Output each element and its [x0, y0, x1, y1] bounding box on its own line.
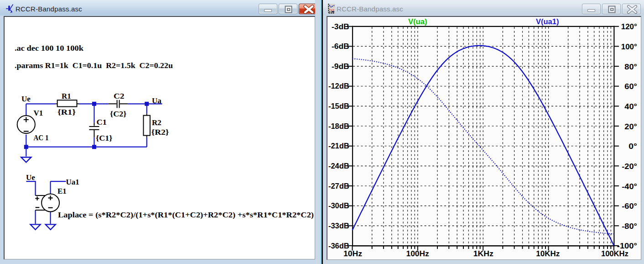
svg-text:V(ua): V(ua): [408, 18, 427, 26]
svg-text:1KHz: 1KHz: [473, 250, 493, 258]
svg-text:-9dB: -9dB: [332, 63, 349, 70]
svg-text:100Hz: 100Hz: [406, 250, 429, 258]
svg-text:C2: C2: [114, 92, 125, 100]
svg-text:C1: C1: [97, 118, 107, 127]
svg-text:-60°: -60°: [622, 202, 637, 210]
svg-text:-21dB: -21dB: [328, 142, 349, 150]
svg-text:-3dB: -3dB: [332, 23, 349, 31]
svg-text:-30dB: -30dB: [328, 202, 349, 210]
svg-text:Ua1: Ua1: [66, 178, 79, 186]
svg-text:Ue: Ue: [21, 95, 31, 103]
svg-text:{R1}: {R1}: [57, 108, 76, 116]
svg-text:-80°: -80°: [622, 222, 637, 230]
svg-text:100°: 100°: [621, 43, 637, 51]
svg-text:.params R1=1k C1=0.1u R2=1.5: .params R1=1k C1=0.1u R2=1.5k C2=0.22u: [15, 61, 173, 70]
svg-text:{C2}: {C2}: [110, 110, 127, 118]
svg-text:Laplace = (s*R2*C2)/(1+s*(R1*(: Laplace = (s*R2*C2)/(1+s*(R1*(C1+C2)+R2*…: [58, 211, 314, 219]
svg-text:-36dB: -36dB: [328, 242, 349, 250]
svg-text:-40°: -40°: [622, 183, 637, 190]
svg-text:{R2}: {R2}: [151, 128, 169, 137]
svg-text:R1: R1: [62, 92, 71, 100]
svg-text:10KHz: 10KHz: [536, 250, 560, 258]
svg-text:80°: 80°: [624, 63, 637, 71]
svg-text:-33dB: -33dB: [328, 222, 349, 230]
svg-text:.ac dec 100 10 100k: .ac dec 100 10 100k: [15, 44, 84, 53]
svg-text:-100°: -100°: [617, 242, 637, 250]
svg-text:-27dB: -27dB: [328, 182, 349, 190]
svg-text:-24dB: -24dB: [328, 162, 349, 170]
svg-text:R2: R2: [152, 118, 161, 127]
svg-text:AC 1: AC 1: [34, 133, 49, 142]
svg-text:120°: 120°: [621, 23, 637, 31]
svg-text:V(ua1): V(ua1): [536, 18, 559, 26]
svg-text:V1: V1: [34, 109, 43, 117]
svg-text:40°: 40°: [624, 103, 637, 111]
svg-text:60°: 60°: [624, 83, 637, 90]
svg-text:-15dB: -15dB: [328, 102, 349, 110]
svg-text:0°: 0°: [628, 143, 637, 150]
svg-text:10Hz: 10Hz: [343, 250, 362, 258]
svg-text:100KHz: 100KHz: [601, 250, 628, 258]
svg-text:-18dB: -18dB: [328, 122, 349, 130]
svg-text:-12dB: -12dB: [328, 82, 349, 90]
svg-text:20°: 20°: [624, 123, 637, 131]
svg-text:Ue: Ue: [26, 173, 35, 182]
svg-text:-20°: -20°: [622, 163, 637, 170]
svg-text:{C1}: {C1}: [96, 134, 113, 143]
svg-text:-6dB: -6dB: [332, 42, 349, 50]
svg-text:E1: E1: [57, 187, 67, 195]
